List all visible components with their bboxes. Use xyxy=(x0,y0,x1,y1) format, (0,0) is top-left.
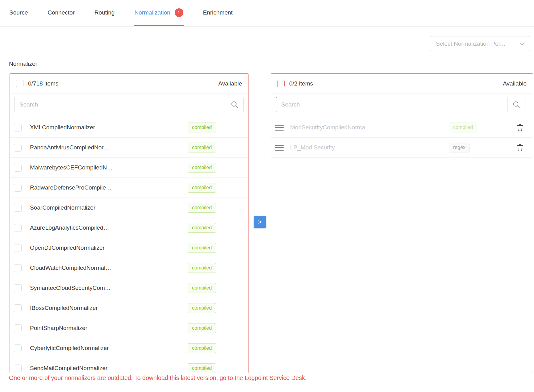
normalizer-name: SendMailCompiledNormalizer xyxy=(30,365,107,372)
normalizer-checkbox[interactable] xyxy=(14,204,22,212)
normalizer-row[interactable]: PandaAntivirusCompiledNor… compiled xyxy=(10,138,248,158)
status-badge: compiled xyxy=(188,223,216,233)
normalizer-row[interactable]: AzureLogAnalyticsCompiled… compiled xyxy=(10,218,248,238)
status-badge: compiled xyxy=(188,343,216,353)
selected-normalizer-list: ModSecurityCompiledNorma… compiled LP_Mo… xyxy=(271,118,533,158)
normalizer-name: MalwarebytesCEFCompiledN… xyxy=(30,164,113,171)
tab-source[interactable]: Source xyxy=(9,0,28,26)
status-badge: compiled xyxy=(449,123,477,132)
normalizer-row[interactable]: RadwareDefenseProCompile… compiled xyxy=(10,178,248,198)
normalizer-name: XMLCompiledNormalizer xyxy=(30,124,95,131)
normalizer-name: SoarCompiledNormalizer xyxy=(30,204,95,211)
normalizer-row[interactable]: CloudWatchCompiledNormal… compiled xyxy=(10,258,248,278)
normalizer-checkbox[interactable] xyxy=(14,224,22,232)
normalizer-checkbox[interactable] xyxy=(14,144,22,152)
selected-normalizer-row[interactable]: LP_Mod Security regex xyxy=(271,138,533,158)
normalizer-name: CyberlyticCompiledNormalizer xyxy=(30,345,109,352)
status-badge: compiled xyxy=(188,363,216,373)
normalizer-name: AzureLogAnalyticsCompiled… xyxy=(30,224,109,231)
normalizer-name: PointSharpNormalizer xyxy=(30,325,87,332)
normalizer-checkbox[interactable] xyxy=(14,184,22,192)
status-badge: compiled xyxy=(188,303,216,313)
outdated-normalizers-warning: One or more of your normalizers are outd… xyxy=(9,374,307,382)
normalizer-row[interactable]: CyberlyticCompiledNormalizer compiled xyxy=(10,338,248,358)
status-badge: compiled xyxy=(188,123,216,132)
normalizer-checkbox[interactable] xyxy=(14,284,22,292)
search-icon xyxy=(512,101,520,109)
available-search-input[interactable] xyxy=(15,97,226,112)
tab-enrichment[interactable]: Enrichment xyxy=(203,0,233,26)
normalization-policy-placeholder: Select Normalization Pol… xyxy=(436,40,506,47)
normalizer-name: PandaAntivirusCompiledNor… xyxy=(30,144,110,151)
normalizer-name: SymantecCloudSecurityCom… xyxy=(30,285,111,291)
status-badge: compiled xyxy=(188,163,216,173)
tab-label: Enrichment xyxy=(203,9,233,16)
search-icon xyxy=(231,101,239,109)
normalizer-row[interactable]: SymantecCloudSecurityCom… compiled xyxy=(10,278,248,298)
available-search-button[interactable] xyxy=(226,97,243,112)
available-search-bar xyxy=(14,97,244,112)
normalizer-row[interactable]: PointSharpNormalizer compiled xyxy=(10,318,248,338)
normalizer-name: IBossCompiledNormalizer xyxy=(30,305,98,311)
normalization-policy-select[interactable]: Select Normalization Pol… xyxy=(430,36,530,51)
normalizer-name: RadwareDefenseProCompile… xyxy=(30,184,112,191)
normalizer-name: OpenDJCompiledNormalizer xyxy=(30,244,105,251)
tab-routing[interactable]: Routing xyxy=(94,0,115,26)
move-selected-button[interactable]: > xyxy=(254,216,266,228)
normalizer-checkbox[interactable] xyxy=(14,124,22,131)
normalizer-row[interactable]: SoarCompiledNormalizer compiled xyxy=(10,198,248,218)
tab-label: Source xyxy=(9,9,28,16)
available-count-label: 0/718 items xyxy=(28,80,58,87)
status-badge: compiled xyxy=(188,183,216,193)
normalizer-checkbox[interactable] xyxy=(14,304,22,312)
tab-connector[interactable]: Connector xyxy=(47,0,75,26)
status-badge: compiled xyxy=(188,283,216,293)
available-panel-title: Available xyxy=(218,80,242,87)
select-all-available-checkbox[interactable] xyxy=(16,80,23,87)
select-all-selected-checkbox[interactable] xyxy=(277,80,285,87)
normalizer-checkbox[interactable] xyxy=(14,164,22,172)
normalizer-section-label: Normalizer xyxy=(9,60,37,67)
available-normalizer-list: XMLCompiledNormalizer compiled PandaAnti… xyxy=(10,118,248,373)
normalizer-checkbox[interactable] xyxy=(14,264,22,272)
normalizer-checkbox[interactable] xyxy=(14,244,22,252)
tab-bar: Source Connector Routing Normalization 1… xyxy=(0,0,534,27)
trash-icon xyxy=(516,144,524,152)
normalizer-row[interactable]: OpenDJCompiledNormalizer compiled xyxy=(10,238,248,258)
selected-count-label: 0/2 items xyxy=(289,80,313,87)
selected-normalizer-row[interactable]: ModSecurityCompiledNorma… compiled xyxy=(271,118,533,138)
chevron-down-icon xyxy=(519,42,525,45)
selected-normalizer-name: ModSecurityCompiledNorma… xyxy=(290,124,371,131)
available-panel-header: 0/718 items Available xyxy=(10,74,248,94)
normalizer-row[interactable]: SendMailCompiledNormalizer compiled xyxy=(10,358,248,373)
normalizer-row[interactable]: IBossCompiledNormalizer compiled xyxy=(10,298,248,318)
normalization-page: Source Connector Routing Normalization 1… xyxy=(0,0,534,392)
trash-icon xyxy=(516,123,524,131)
selected-normalizer-name: LP_Mod Security xyxy=(290,144,335,151)
status-badge: compiled xyxy=(188,243,216,253)
tab-label: Connector xyxy=(48,9,75,16)
status-badge: compiled xyxy=(188,263,216,273)
selected-search-bar xyxy=(276,97,525,112)
selected-normalizers-panel: 0/2 items Available ModSecurityCompiledN… xyxy=(271,73,533,373)
tab-label: Normalization xyxy=(134,9,170,16)
status-badge: compiled xyxy=(188,143,216,152)
delete-normalizer-button[interactable] xyxy=(516,144,524,152)
normalizer-row[interactable]: XMLCompiledNormalizer compiled xyxy=(10,118,248,138)
drag-handle-icon[interactable] xyxy=(275,145,284,151)
drag-handle-icon[interactable] xyxy=(275,125,284,131)
status-badge: compiled xyxy=(188,203,216,213)
status-badge: compiled xyxy=(188,323,216,333)
normalizer-checkbox[interactable] xyxy=(14,344,22,352)
normalizer-checkbox[interactable] xyxy=(14,324,22,332)
delete-normalizer-button[interactable] xyxy=(516,123,524,131)
status-badge: regex xyxy=(449,143,470,152)
selected-panel-header: 0/2 items Available xyxy=(271,74,533,94)
selected-search-button[interactable] xyxy=(507,97,525,112)
normalizer-row[interactable]: MalwarebytesCEFCompiledN… compiled xyxy=(10,158,248,178)
selected-panel-title: Available xyxy=(503,80,527,87)
selected-search-input[interactable] xyxy=(276,97,507,112)
tab-notification-badge: 1 xyxy=(175,8,183,17)
tab-normalization[interactable]: Normalization 1 xyxy=(134,0,183,26)
normalizer-checkbox[interactable] xyxy=(14,365,22,372)
